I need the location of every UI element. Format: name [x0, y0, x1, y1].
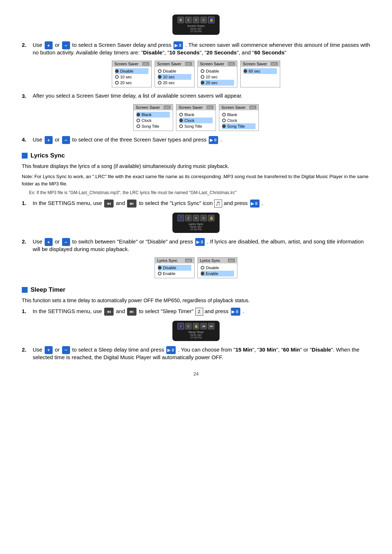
ccc-badge-2: ccc	[185, 62, 192, 66]
device-icon-1: ⊞	[177, 17, 184, 23]
radio-filled-4	[244, 69, 247, 73]
step-number-3: 3.	[22, 93, 30, 99]
sleep-icon-3: 🔒	[193, 323, 199, 329]
ss-label-disable-1: Disable	[120, 69, 134, 73]
lyrics-s1-rest: to select the "Lyrics Sync" icon	[139, 200, 213, 206]
ccc-badge-7: ccc	[249, 106, 257, 109]
ss-label-60sec: 60 sec	[249, 69, 260, 73]
plus-button-4[interactable]: +	[45, 136, 53, 144]
step2-intro: Use	[33, 42, 42, 48]
ss-panel-blank: Screen Saver ccc Blank Clock Song Title	[133, 104, 173, 131]
ss-row-blank-2: Blank	[179, 112, 213, 118]
prev-button-lyrics[interactable]: ⏮	[104, 200, 114, 208]
lyrics-row-enable-1: Enable	[158, 271, 191, 276]
minus-button-4[interactable]: −	[62, 136, 70, 144]
ss-panel-header-2: Screen Saver ccc	[155, 61, 194, 67]
plus-button-1[interactable]: +	[45, 41, 53, 49]
play-button-lyrics-2[interactable]: ▶⏸	[195, 238, 205, 246]
radio-filled-6b	[179, 119, 183, 122]
sleep-s2-use: Use	[33, 346, 42, 353]
device-label: Screen Saver	[187, 24, 205, 28]
lyrics-radio-enable-empty	[158, 272, 162, 275]
ss-row-20sec-selected: 20 sec	[201, 80, 234, 86]
lyrics-icon-1: 🎵	[177, 215, 184, 221]
next-button-lyrics[interactable]: ⏭	[127, 200, 136, 208]
ss-row-clock-1: Clock	[136, 118, 170, 123]
lyrics-radio-disable	[158, 266, 162, 270]
lyrics-s1-text: In the SETTINGS menu, use	[33, 200, 102, 206]
play-button-4[interactable]: ▶⏸	[209, 136, 218, 144]
minus-button-sleep-2[interactable]: −	[62, 346, 70, 354]
lyrics-step-2-text: Use + or − to switch between "Enable" or…	[33, 238, 370, 252]
lyrics-sync-title: Lyrics Sync	[30, 152, 65, 159]
ccc-badge-4: ccc	[271, 62, 278, 66]
lyrics-device-time: 05/20 SAT	[190, 226, 202, 228]
step-4-text: Use + or − to select one of the three Sc…	[33, 136, 370, 144]
ss-label-songtitle-1: Song Title	[142, 124, 159, 128]
ss-label-10sec-3: 10 sec	[206, 75, 217, 79]
ss-row-disable-selected: Disable	[115, 68, 148, 74]
next-button-sleep[interactable]: ⏭	[127, 308, 136, 316]
minus-button-1[interactable]: −	[62, 41, 70, 49]
play-button-lyrics-1[interactable]: ▶⏸	[250, 200, 260, 208]
sleep-icon-5: ⏭	[208, 323, 215, 329]
sleep-icon-z: Z	[177, 323, 184, 329]
lyrics-panels-row: Lyrics Sync ccc Disable Enable Lyrics Sy…	[22, 257, 370, 278]
plus-button-sleep-2[interactable]: +	[45, 346, 53, 354]
ss-panel-header-6: Screen Saver ccc	[176, 104, 216, 110]
play-button-sleep-1[interactable]: ▶⏸	[231, 308, 240, 316]
prev-button-sleep[interactable]: ⏮	[104, 308, 114, 316]
play-button-sleep-2[interactable]: ▶⏸	[166, 346, 176, 354]
radio-empty-5c	[136, 124, 140, 128]
sleep-device-icons: Z ⊙ 🔒 ⏮ ⏭	[177, 323, 215, 329]
ss-row-20sec-1: 20 sec	[115, 80, 148, 86]
radio-filled-7c	[222, 124, 226, 128]
sleep-s1-dot: .	[242, 308, 244, 314]
device-icons-row: ⊞ Z V ⊙ 🔒	[177, 17, 215, 23]
lyrics-s1-dot: .	[262, 200, 263, 206]
ss-panel-title-6: Screen Saver	[179, 105, 203, 110]
ccc-badge-3: ccc	[228, 62, 235, 66]
ss-panel-header-1: Screen Saver ccc	[112, 61, 151, 67]
lyrics-icon-4: ⊙	[200, 215, 207, 221]
lyrics-panel-body-1: Disable Enable	[155, 263, 194, 278]
ss-label-disable-3: Disable	[206, 69, 219, 73]
step4-rest: to select one of the three Screen Saver …	[72, 136, 207, 143]
ss-panel-body-2: Disable 10 sec 20 sec	[155, 67, 194, 87]
lyrics-sync-para1: This feature displays the lyrics of a so…	[22, 162, 370, 170]
plus-button-lyrics-2[interactable]: +	[45, 238, 53, 246]
step4-dot: .	[220, 136, 222, 143]
panels-row-2: Screen Saver ccc Blank Clock Song Title	[22, 104, 370, 131]
ss-row-10sec-3: 10 sec	[201, 74, 234, 80]
section-icon-sleep	[22, 287, 28, 293]
lyrics-device-image: 🎵 Z V ⊙ 🔒 Lyrics Sync 05/20 SAT 07:30 PM	[22, 213, 370, 233]
play-button-1[interactable]: ▶⏸	[173, 41, 183, 49]
device-icon-2: Z	[185, 17, 192, 23]
step-3-text: After you select a Screen Saver time del…	[33, 93, 370, 99]
sleep-step-number-1: 1.	[22, 308, 30, 314]
radio-empty-6a	[179, 113, 183, 116]
step-3-screen-saver: 3. After you select a Screen Saver time …	[22, 93, 370, 99]
sleep-timer-title: Sleep Timer	[30, 286, 65, 294]
ss-label-songtitle-2: Song Title	[184, 124, 202, 128]
ss-panel-title-3: Screen Saver	[200, 62, 224, 66]
ss-panel-title-4: Screen Saver	[243, 62, 267, 66]
ss-panel-body-5: Blank Clock Song Title	[134, 110, 173, 131]
radio-filled-2	[158, 75, 162, 79]
step2-or-1: or	[55, 42, 60, 48]
minus-button-lyrics-2[interactable]: −	[62, 238, 70, 246]
lyrics-step-1-text: In the SETTINGS menu, use ⏮ and ⏭ to sel…	[33, 200, 370, 208]
lyrics-label-disable-1: Disable	[163, 266, 176, 270]
device-time2: 07:30 PM	[191, 30, 201, 33]
ss-panel-title-1: Screen Saver	[114, 62, 139, 66]
ss-row-blank-3: Blank	[222, 112, 256, 118]
ss-panel-title-7: Screen Saver	[221, 105, 246, 110]
ccc-badge-5: ccc	[164, 106, 171, 109]
ss-label-songtitle-3: Song Title	[227, 124, 245, 128]
lyrics-sync-note: Note: For Lyrics Sync to work, an ".LRC"…	[22, 173, 370, 187]
radio-empty-7b	[222, 119, 226, 122]
panels-row-1: Screen Saver ccc Disable 10 sec 20 sec	[22, 61, 370, 87]
ss-row-60sec-selected: 60 sec	[244, 68, 277, 74]
lyrics-device: 🎵 Z V ⊙ 🔒 Lyrics Sync 05/20 SAT 07:30 PM	[172, 213, 220, 233]
sleep-device-time2: 07:30 PM	[191, 336, 201, 339]
